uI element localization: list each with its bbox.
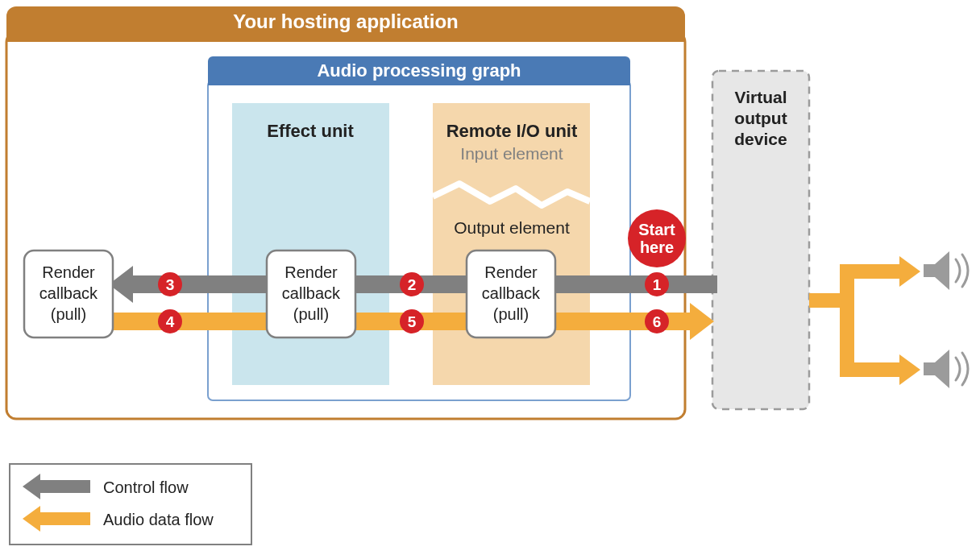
svg-text:(pull): (pull): [293, 305, 329, 323]
svg-text:Render: Render: [484, 263, 538, 281]
legend-audio-label: Audio data flow: [103, 511, 214, 528]
svg-text:Render: Render: [284, 263, 338, 281]
svg-text:callback: callback: [282, 284, 341, 302]
step-badge-6: 6: [645, 309, 669, 333]
step-badge-4: 4: [158, 309, 182, 333]
svg-rect-2: [232, 103, 389, 385]
virtual-output-device: Virtual output device: [712, 71, 809, 409]
effect-unit-column: Effect unit: [232, 103, 389, 385]
remote-output-label: Output element: [454, 218, 570, 237]
svg-text:5: 5: [408, 313, 417, 330]
effect-unit-title: Effect unit: [267, 121, 354, 141]
speaker-icon-top: [924, 251, 968, 290]
svg-marker-11: [690, 303, 714, 340]
start-here-badge: Start here: [628, 209, 686, 267]
output-branch: [809, 256, 920, 385]
remote-io-title: Remote I/O unit: [446, 121, 578, 141]
remote-input-label: Input element: [460, 144, 563, 163]
svg-text:device: device: [734, 130, 787, 148]
legend-control-label: Control flow: [103, 478, 189, 496]
svg-rect-8: [133, 275, 717, 293]
speaker-icon-bottom: [924, 350, 968, 388]
svg-text:3: 3: [166, 276, 175, 293]
svg-text:1: 1: [653, 276, 662, 293]
remote-io-column: Remote I/O unit Input element Output ele…: [433, 103, 590, 385]
svg-rect-45: [10, 464, 251, 545]
render-callback-center: Render callback (pull): [267, 251, 355, 337]
svg-rect-40: [840, 264, 854, 377]
step-badge-2: 2: [400, 272, 424, 296]
render-callback-right: Render callback (pull): [467, 251, 555, 337]
svg-text:(pull): (pull): [51, 305, 86, 323]
svg-rect-10: [105, 313, 690, 330]
legend-box: Control flow Audio data flow: [10, 464, 251, 545]
svg-rect-43: [854, 362, 899, 377]
svg-text:callback: callback: [482, 284, 541, 302]
render-callback-left: Render callback (pull): [24, 251, 113, 337]
svg-text:Virtual: Virtual: [735, 88, 787, 106]
svg-marker-42: [899, 256, 920, 287]
svg-rect-41: [854, 264, 899, 279]
svg-text:output: output: [734, 109, 787, 127]
hosting-app-title: Your hosting application: [233, 10, 459, 32]
svg-text:6: 6: [653, 313, 662, 330]
step-badge-1: 1: [645, 272, 669, 296]
svg-text:callback: callback: [39, 284, 98, 302]
step-badge-3: 3: [158, 272, 182, 296]
svg-text:2: 2: [408, 276, 417, 293]
svg-marker-44: [899, 354, 920, 385]
step-badge-5: 5: [400, 309, 424, 333]
svg-text:here: here: [640, 238, 674, 256]
svg-rect-48: [40, 512, 90, 525]
svg-text:(pull): (pull): [493, 305, 529, 323]
svg-text:4: 4: [166, 313, 175, 330]
audio-graph-title: Audio processing graph: [317, 60, 521, 81]
svg-text:Start: Start: [638, 221, 675, 238]
svg-rect-46: [40, 480, 90, 493]
svg-text:Render: Render: [42, 263, 95, 281]
